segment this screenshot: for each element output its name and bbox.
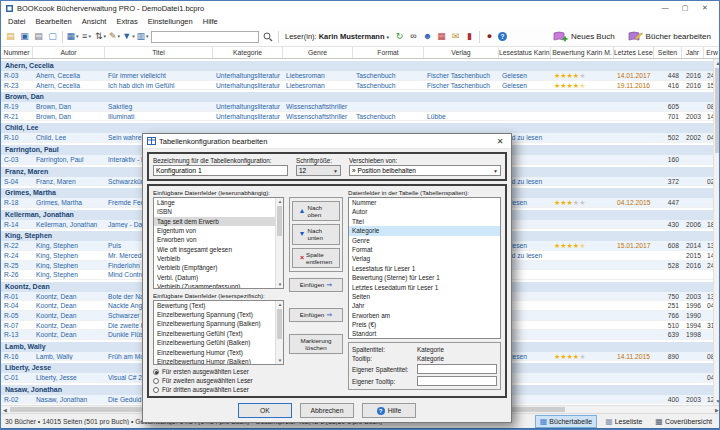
vertical-scroll-thumb[interactable] bbox=[715, 68, 720, 153]
reader-radio[interactable]: Für dritten ausgewählten Leser bbox=[153, 386, 284, 393]
insert-button[interactable]: Einfügen⇒ bbox=[289, 278, 343, 292]
record-icon[interactable]: ● bbox=[483, 30, 496, 43]
column-header-autor[interactable]: Autor bbox=[33, 47, 105, 58]
cancel-button[interactable]: Abbrechen bbox=[300, 403, 354, 418]
list-scrollbar[interactable]: ▲▼ bbox=[275, 198, 283, 288]
view-options-icon[interactable]: ▥▾ bbox=[136, 30, 149, 43]
list-item[interactable]: Einzelbewertung Spannung (Balken) bbox=[154, 319, 283, 328]
save-icon[interactable]: ▣ bbox=[18, 30, 31, 43]
table-row[interactable]: R-03Ahern, CeceliaFür immer vielleichtUn… bbox=[1, 71, 720, 81]
table-row[interactable]: R-21Brown, DanIlluminatiUnterhaltungslit… bbox=[1, 112, 720, 122]
column-header-status[interactable]: Lesestatus Karin M bbox=[499, 47, 551, 58]
edit-options-icon[interactable]: ✎▾ bbox=[108, 30, 121, 43]
column-header-seiten[interactable]: Seiten bbox=[654, 47, 682, 58]
list-item[interactable]: Eigentum von bbox=[154, 226, 283, 235]
list-item[interactable]: Bewertung (Text) bbox=[154, 301, 283, 310]
column-header-jahr[interactable]: Jahr bbox=[682, 47, 704, 58]
table-row[interactable]: R-19Brown, DanSakrilegUnterhaltungsliter… bbox=[1, 102, 720, 112]
reader-radio[interactable]: Für zweiten ausgewählten Leser bbox=[153, 377, 284, 384]
help-button[interactable]: ?Hilfe bbox=[362, 403, 416, 418]
minimize-icon[interactable]: — bbox=[655, 2, 675, 15]
table-row[interactable]: R-23Ahern, CeceliaIch hab dich im Gefühl… bbox=[1, 81, 720, 91]
column-header-datum[interactable]: Letztes Lesedatu bbox=[614, 47, 654, 58]
list-item[interactable]: Einzelbewertung Gefühl (Balken) bbox=[154, 338, 283, 347]
reader-fields-list[interactable]: Bewertung (Text)Einzelbewertung Spannung… bbox=[153, 300, 284, 365]
filter-icon[interactable]: ▼▾ bbox=[122, 30, 135, 43]
close-icon[interactable]: ✕ bbox=[695, 2, 715, 15]
scroll-up-icon[interactable]: ▲ bbox=[714, 59, 720, 67]
column-header-kategorie[interactable]: Kategorie bbox=[213, 47, 283, 58]
list-item[interactable]: Wie oft insgesamt gelesen bbox=[154, 245, 283, 254]
list-item[interactable]: Letztes Lesedatum für Leser 1 bbox=[349, 283, 500, 292]
search-input[interactable] bbox=[151, 31, 259, 43]
print-icon[interactable]: ▤ bbox=[32, 30, 45, 43]
scroll-left-icon[interactable]: ◀ bbox=[1, 406, 9, 413]
table-columns-list[interactable]: NummerAutorTitelKategorieGenreFormatVerl… bbox=[348, 197, 501, 339]
list-item[interactable]: Tage seit dem Erwerb bbox=[154, 217, 283, 226]
list-item[interactable]: Standort bbox=[349, 329, 500, 338]
menu-extras[interactable]: Extras bbox=[111, 17, 142, 26]
list-item[interactable]: Jahr bbox=[349, 301, 500, 310]
list-item[interactable]: Kategorie bbox=[349, 226, 500, 235]
list-item[interactable]: Format bbox=[349, 245, 500, 254]
list-item[interactable]: Bewertung (Sterne) für Leser 1 bbox=[349, 273, 500, 282]
vertical-scrollbar[interactable]: ▲ ▼ bbox=[713, 59, 720, 405]
view-büchertabelle[interactable]: ▦Büchertabelle bbox=[535, 415, 597, 428]
remove-column-button[interactable]: ×Spalte entfernen bbox=[292, 248, 340, 268]
insertable-fields-list[interactable]: LängeISBNTage seit dem ErwerbEigentum vo… bbox=[153, 197, 284, 289]
mail-icon[interactable]: ✉ bbox=[449, 30, 462, 43]
table-config-icon[interactable]: ▦▾ bbox=[66, 30, 79, 43]
edit-books-button[interactable]: Bücher bearbeiten bbox=[622, 30, 716, 43]
custom-tooltip-input[interactable] bbox=[417, 376, 497, 386]
column-header-rating[interactable]: Bewertung Karin M. bbox=[551, 47, 614, 58]
statistics-icon[interactable]: ↻ bbox=[393, 30, 406, 43]
list-item[interactable]: Einzelbewertung Humor (Text) bbox=[154, 348, 283, 357]
list-item[interactable]: Verbl. (Datum) bbox=[154, 273, 283, 282]
list-item[interactable]: ISBN bbox=[154, 207, 283, 216]
menu-bearbeiten[interactable]: Bearbeiten bbox=[31, 17, 77, 26]
column-header-format[interactable]: Format bbox=[353, 47, 424, 58]
books-icon[interactable]: ▮ bbox=[463, 30, 476, 43]
column-header-nummer[interactable]: Nummer bbox=[1, 47, 33, 58]
sort-icon[interactable]: ⇅▾ bbox=[94, 30, 107, 43]
list-item[interactable]: Lesestatus für Leser 1 bbox=[349, 264, 500, 273]
list-item[interactable]: Länge bbox=[154, 198, 283, 207]
list-item[interactable]: Titel bbox=[349, 217, 500, 226]
clear-selection-button[interactable]: Markierung löschen bbox=[289, 334, 343, 354]
readers-icon[interactable]: ☻ bbox=[421, 30, 434, 43]
list-item[interactable]: Erworben am bbox=[349, 311, 500, 320]
menu-ansicht[interactable]: Ansicht bbox=[77, 17, 112, 26]
font-size-select[interactable]: 12▼ bbox=[296, 165, 341, 176]
column-header-erw[interactable]: Erw bbox=[704, 47, 720, 58]
list-item[interactable]: Verlag bbox=[349, 254, 500, 263]
list-item[interactable]: Verbleib bbox=[154, 254, 283, 263]
list-item[interactable]: Preis (€) bbox=[349, 320, 500, 329]
view-coverübersicht[interactable]: ▦Coverübersicht bbox=[650, 415, 717, 428]
scroll-right-icon[interactable]: ▶ bbox=[713, 406, 720, 413]
view-leseliste[interactable]: ▦Leseliste bbox=[600, 415, 647, 428]
list-item[interactable]: Verbleib (Empfänger) bbox=[154, 263, 283, 272]
menu-datei[interactable]: Datei bbox=[3, 17, 31, 26]
list-item[interactable]: Genre bbox=[349, 236, 500, 245]
chart-icon[interactable]: ▦ bbox=[435, 30, 448, 43]
move-up-button[interactable]: ▲Nach oben bbox=[292, 201, 340, 221]
row-options-icon[interactable]: ≡▾ bbox=[80, 30, 93, 43]
list-item[interactable]: Einzelbewertung Humor (Balken) bbox=[154, 357, 283, 365]
custom-title-input[interactable] bbox=[417, 364, 497, 374]
print-preview-icon[interactable]: ▢ bbox=[46, 30, 59, 43]
list-item[interactable]: Verbleib (Zusammenfassung) bbox=[154, 282, 283, 289]
reader-selector[interactable]: Leser(in): Karin Mustermann ▾ bbox=[283, 32, 391, 41]
column-header-verlag[interactable]: Verlag bbox=[424, 47, 499, 58]
menu-einstellungen[interactable]: Einstellungen bbox=[143, 17, 198, 26]
list-item[interactable]: Seiten bbox=[349, 292, 500, 301]
list-item[interactable]: Nummer bbox=[349, 198, 500, 207]
move-down-button[interactable]: ▼Nach unten bbox=[292, 224, 340, 244]
dialog-close-icon[interactable]: ✕ bbox=[493, 137, 507, 146]
group-row[interactable]: Child, Lee bbox=[1, 123, 720, 133]
group-row[interactable]: Ahern, Cecelia bbox=[1, 61, 720, 71]
ok-button[interactable]: OK bbox=[238, 403, 292, 418]
move-before-select[interactable]: » Position beibehalten▼ bbox=[349, 165, 501, 176]
menu-hilfe[interactable]: Hilfe bbox=[198, 17, 223, 26]
open-folder-icon[interactable]: ▤ bbox=[4, 30, 17, 43]
help-icon[interactable]: ? bbox=[498, 32, 507, 41]
